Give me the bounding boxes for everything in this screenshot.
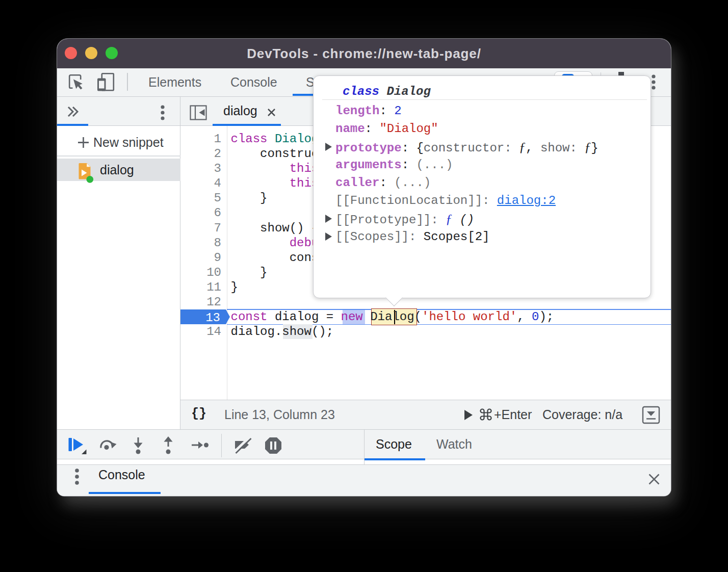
svg-text:13: 13 [205, 311, 220, 324]
